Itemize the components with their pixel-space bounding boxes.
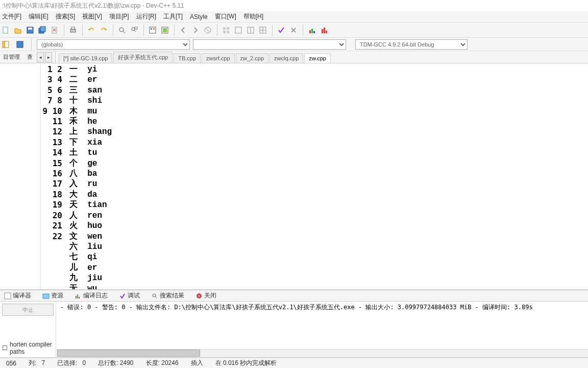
svg-rect-17	[223, 27, 226, 30]
menu-window[interactable]: 窗口[W]	[215, 12, 236, 21]
replace-icon[interactable]	[129, 25, 140, 36]
editor-area: 1 2 3 4 5 6 7 8 9 10 11 12 13 14 15 16 1…	[0, 63, 588, 289]
undo-icon[interactable]	[86, 25, 97, 36]
btab-debug[interactable]: 调试	[116, 290, 143, 301]
file-tab[interactable]: [*] site-GC-19.cpp	[59, 53, 112, 63]
file-tab[interactable]: zw_2.cpp	[236, 53, 268, 63]
chart2-icon[interactable]	[318, 25, 330, 36]
left-tab-scroll-right[interactable]: ▸	[45, 52, 52, 62]
file-tabs: [*] site-GC-19.cpp好孩子系统五代.cppTB.cppzwsrf…	[56, 51, 331, 63]
file-tab[interactable]: zwclq.cpp	[270, 53, 303, 63]
svg-rect-12	[151, 28, 152, 30]
hscrollbar[interactable]	[56, 349, 588, 357]
svg-rect-35	[76, 296, 77, 298]
run-icon[interactable]	[159, 25, 170, 36]
grid2-icon[interactable]	[233, 25, 244, 36]
svg-rect-13	[153, 28, 155, 30]
compiler-combo[interactable]: TDM-GCC 4.9.2 64-bit Debug	[355, 39, 468, 50]
new-file-icon[interactable]	[0, 25, 11, 36]
print-icon[interactable]	[67, 25, 79, 36]
status-line: 056	[0, 360, 22, 367]
tab-row: 目管理 查 ◂ ▸ [*] site-GC-19.cpp好孩子系统五代.cppT…	[0, 51, 588, 63]
file-tab[interactable]: zw.cpp	[304, 53, 331, 63]
svg-rect-11	[150, 27, 156, 33]
btab-resources[interactable]: 资源	[39, 290, 66, 301]
menu-tools[interactable]: 工具[T]	[163, 12, 183, 21]
left-panel	[0, 63, 41, 289]
save-icon[interactable]	[24, 25, 36, 36]
chart1-icon[interactable]	[306, 25, 317, 36]
svg-point-8	[119, 28, 124, 32]
left-tab-class[interactable]: 查	[24, 52, 36, 62]
status-total-lines: 总行数: 2490	[92, 359, 139, 367]
code-editor[interactable]: 1 2 3 4 5 6 7 8 9 10 11 12 13 14 15 16 1…	[41, 63, 588, 289]
globals-combo[interactable]: (globals)	[37, 39, 190, 50]
left-panel-tabs: 目管理 查 ◂ ▸	[0, 51, 56, 63]
nav-fwd-icon[interactable]	[190, 25, 201, 36]
redo-icon[interactable]	[98, 25, 109, 36]
btab-close[interactable]: 关闭	[192, 290, 219, 301]
menu-project[interactable]: 项目[P]	[109, 12, 129, 21]
menu-run[interactable]: 运行[R]	[136, 12, 156, 21]
toolbar-secondary: (globals) TDM-GCC 4.9.2 64-bit Debug	[0, 38, 588, 51]
menu-edit[interactable]: 编辑[E]	[29, 12, 48, 21]
find-icon[interactable]	[116, 25, 128, 36]
code-text[interactable]: 一 yi 二 er 三 san 十 shi 木 mu 禾 he 上 shang …	[69, 63, 588, 289]
nav-back-icon[interactable]	[178, 25, 189, 36]
compile-icon[interactable]	[147, 25, 158, 36]
check-icon[interactable]	[276, 25, 287, 36]
menu-search[interactable]: 搜索[S]	[56, 12, 76, 21]
menu-view[interactable]: 视图[V]	[82, 12, 102, 21]
svg-rect-27	[322, 29, 323, 33]
svg-rect-10	[135, 27, 137, 29]
svg-rect-33	[5, 293, 11, 299]
file-tab[interactable]: TB.cpp	[174, 53, 201, 63]
window-title: :\控制中心\算法库\好孩子系统五代v2.1\数据\zw.cpp - Dev-C…	[2, 2, 184, 10]
svg-rect-18	[227, 27, 229, 30]
btab-search-results[interactable]: 搜索结果	[148, 290, 187, 301]
svg-rect-7	[71, 27, 75, 29]
line-numbers: 1 2 3 4 5 6 7 8 9 10 11 12 13 14 15 16 1…	[41, 63, 69, 289]
svg-rect-15	[163, 28, 167, 32]
svg-rect-30	[3, 41, 5, 48]
compiler-panel: 中止 ☐ horten compiler paths - 错误: 0 - 警告:…	[0, 302, 588, 358]
compiler-output[interactable]: - 错误: 0 - 警告: 0 - 输出文件名: D:\控制中心\算法库\好孩子…	[56, 302, 588, 357]
status-insert: 插入	[185, 359, 209, 367]
shorten-paths-check[interactable]: ☐ horten compiler paths	[0, 339, 56, 357]
left-tab-project[interactable]: 目管理	[0, 52, 23, 62]
save-all-icon[interactable]	[37, 25, 48, 36]
svg-rect-31	[5, 41, 9, 48]
menu-help[interactable]: 帮助[H]	[243, 12, 263, 21]
open-file-icon[interactable]	[12, 25, 23, 36]
menu-astyle[interactable]: AStyle	[190, 13, 208, 20]
sidebar-toggle1-icon[interactable]	[0, 39, 11, 50]
svg-rect-37	[79, 297, 80, 298]
left-tab-scroll-left[interactable]: ◂	[37, 52, 44, 62]
grid4-icon[interactable]	[257, 25, 268, 36]
sidebar-toggle2-icon[interactable]	[14, 39, 26, 50]
checkbox-icon: ☐	[2, 344, 8, 352]
status-bar: 056 列: 7 已选择: 0 总行数: 2490 长度: 20246 插入 在…	[0, 358, 588, 368]
svg-rect-4	[40, 27, 45, 32]
delete-icon[interactable]	[288, 25, 299, 36]
svg-rect-34	[43, 294, 49, 298]
svg-rect-19	[223, 31, 226, 33]
bottom-tabs: 编译器 资源 编译日志 调试 搜索结果 关闭	[0, 289, 588, 302]
grid1-icon[interactable]	[220, 25, 232, 36]
file-tab[interactable]: 好孩子系统五代.cpp	[113, 52, 173, 63]
close-file-icon[interactable]	[49, 25, 60, 36]
status-length: 长度: 20246	[140, 359, 185, 367]
toolbar-main	[0, 22, 588, 38]
abort-button[interactable]: 中止	[2, 304, 54, 316]
stop-icon[interactable]	[202, 25, 213, 36]
grid3-icon[interactable]	[245, 25, 256, 36]
file-tab[interactable]: zwsrf.cpp	[202, 53, 234, 63]
svg-rect-26	[313, 31, 315, 33]
menu-file[interactable]: 文件[F]	[2, 12, 21, 21]
members-combo[interactable]	[193, 39, 346, 50]
status-sel: 已选择: 0	[51, 359, 92, 367]
btab-compile-log[interactable]: 编译日志	[71, 290, 111, 301]
compiler-left: 中止 ☐ horten compiler paths	[0, 302, 56, 357]
menu-bar: 文件[F] 编辑[E] 搜索[S] 视图[V] 项目[P] 运行[R] 工具[T…	[0, 11, 588, 22]
btab-compiler[interactable]: 编译器	[1, 290, 34, 301]
